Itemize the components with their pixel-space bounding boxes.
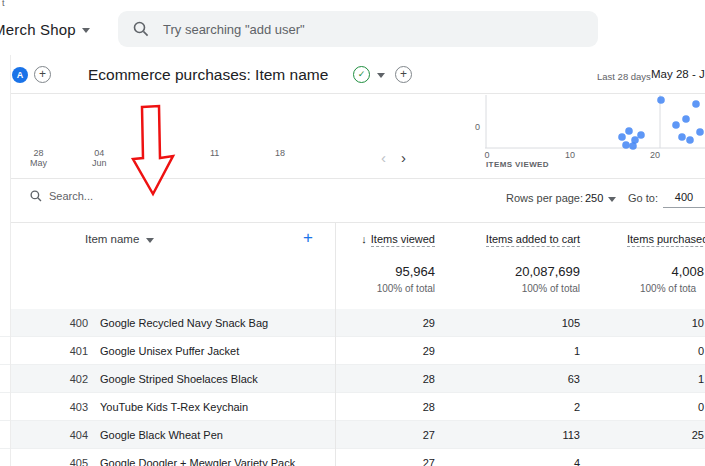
column-header-items-added-to-cart[interactable]: Items added to cart [470,233,580,245]
row-index: 401 [55,337,88,365]
global-search[interactable]: Try searching "add user" [118,11,598,47]
item-name-cell: Google Recycled Navy Snack Bag [100,309,268,337]
chart-next-button[interactable]: › [401,150,406,165]
scatter-dot [629,142,637,150]
table-search[interactable]: Search... [30,190,93,202]
items-viewed-cell: 28 [340,393,435,421]
goto-label: Go to: [628,192,658,204]
timeline-tick: 04 Jun [92,148,107,168]
table-row: 405Google Doogler + Mewgler Variety Pack… [0,449,705,466]
annotation-arrow [118,98,190,198]
items-added-cell: 1 [470,337,580,365]
items-purchased-cell: 25 [625,421,704,449]
add-column-button[interactable]: + [303,228,313,248]
scatter-dot [682,115,690,123]
column-header-items-purchased[interactable]: Items purchased [627,233,705,245]
total-items-added-pct: 100% of total [470,283,580,294]
table-search-placeholder: Search... [49,190,93,202]
annotation-arrow-shape [133,106,173,194]
items-added-cell: 113 [470,421,580,449]
column-header-item-name[interactable]: Item name [85,233,139,245]
controls-top-divider [10,178,705,179]
row-index: 404 [55,421,88,449]
item-name-cell: Google Black Wheat Pen [100,421,223,449]
scatter-dot [692,100,700,108]
add-comparison-button[interactable]: + [34,66,51,83]
total-items-added: 20,087,699 [470,264,580,279]
items-viewed-cell: 27 [340,449,435,466]
property-selector[interactable]: Merch Shop [0,21,90,38]
scatter-x-tick: 10 [562,150,578,160]
rows-per-page-select[interactable]: 250 [585,192,603,204]
item-name-cell: Google Striped Shoelaces Black [100,365,258,393]
scatter-x-tick: 20 [647,150,663,160]
analytics-app-window: t Merch Shop Try searching "add user" A … [0,0,705,466]
items-viewed-cell: 27 [340,421,435,449]
scatter-dot [696,128,704,136]
items-viewed-cell: 29 [340,309,435,337]
report-status-check-icon[interactable]: ✓ [353,66,370,83]
rows-per-page-label: Rows per page: [506,192,583,204]
item-name-cell: Google Doogler + Mewgler Variety Pack [100,449,295,466]
global-search-placeholder: Try searching "add user" [163,22,305,37]
left-panel-divider [10,55,11,466]
row-index: 402 [55,365,88,393]
table-row: 401Google Unisex Puffer Jacket2910 [0,337,705,365]
scatter-dot [678,133,686,141]
table-row: 404Google Black Wheat Pen2711325 [0,421,705,449]
items-purchased-cell: 1 [625,365,704,393]
table-body: 400Google Recycled Navy Snack Bag2910510… [0,309,705,466]
item-name-dropdown-icon[interactable] [146,238,154,243]
timeline-tick: 18 [275,148,285,158]
scatter-dot [622,141,630,149]
chart-prev-button[interactable]: ‹ [381,150,386,165]
clipped-logo-text: t [2,0,5,8]
header-divider [10,93,705,94]
chevron-down-icon[interactable] [377,73,385,78]
scatter-dot [625,127,633,135]
row-index: 405 [55,449,88,466]
property-name: Merch Shop [0,21,76,38]
items-viewed-cell: 29 [340,337,435,365]
scatter-y-zero-label: 0 [468,122,480,132]
chevron-down-icon[interactable] [608,197,616,202]
table-row: 400Google Recycled Navy Snack Bag2910510 [0,309,705,337]
column-divider [335,222,336,466]
scatter-dot [657,96,665,104]
scatter-dots [618,96,704,150]
scatter-x-tick: 0 [483,150,491,160]
items-added-cell: 2 [470,393,580,421]
timeline-tick: 28 May [30,148,47,168]
date-range-picker[interactable]: May 28 - Ju [651,68,705,80]
sort-desc-icon: ↓ [361,233,367,245]
item-name-cell: Google Unisex Puffer Jacket [100,337,239,365]
total-items-purchased-pct: 100% of tota [640,283,696,294]
total-items-viewed: 95,964 [340,264,435,279]
controls-bottom-divider [10,222,705,223]
table-row: 403YouTube Kids T-Rex Keychain2820 [0,393,705,421]
items-added-cell: 63 [470,365,580,393]
timeline-tick: 11 [210,148,219,158]
item-name-cell: YouTube Kids T-Rex Keychain [100,393,248,421]
total-items-viewed-pct: 100% of total [340,283,435,294]
items-added-cell: 105 [470,309,580,337]
items-purchased-cell: 10 [625,309,704,337]
items-purchased-cell: 0 [625,337,704,365]
table-row: 402Google Striped Shoelaces Black28631 [0,365,705,393]
scatter-plot [485,95,705,150]
add-button[interactable]: + [395,66,412,83]
search-icon [30,190,42,202]
scatter-dot [637,131,645,139]
page-title: Ecommerce purchases: Item name [88,66,328,84]
scatter-dot [686,136,694,144]
search-icon [133,21,149,37]
items-added-cell: 4 [470,449,580,466]
comparison-chip[interactable]: A [12,67,28,83]
items-purchased-cell: 0 [625,393,704,421]
goto-input[interactable]: 400 [663,188,705,208]
scatter-dot [618,133,626,141]
date-range-preset: Last 28 days [597,71,651,82]
row-index: 403 [55,393,88,421]
total-items-purchased: 4,008 [625,264,704,279]
column-header-items-viewed[interactable]: ↓Items viewed [340,233,435,245]
